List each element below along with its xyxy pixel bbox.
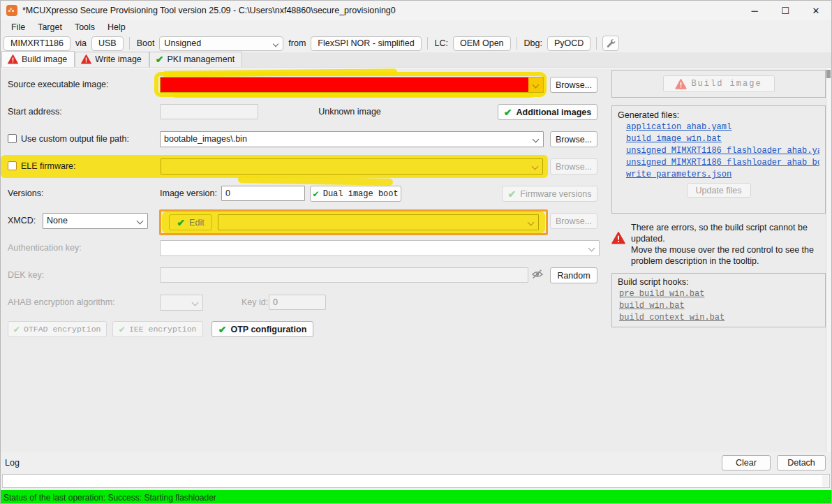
generated-file-link[interactable]: write_parameters.json xyxy=(626,170,819,179)
ele-browse-button: Browse... xyxy=(550,158,597,175)
ele-firmware-label: ELE firmware: xyxy=(21,158,76,174)
generated-file-link[interactable]: build_image_win.bat xyxy=(626,134,819,144)
lc-label: LC: xyxy=(433,38,450,48)
build-form: Source executable image: Browse... Start… xyxy=(1,68,607,452)
xmcd-edit-button[interactable]: ✔ Edit xyxy=(169,214,212,230)
from-label: from xyxy=(287,38,307,48)
build-image-page: Source executable image: Browse... Start… xyxy=(1,68,831,452)
dbg-label: Dbg: xyxy=(523,38,544,48)
debugger-button[interactable]: PyOCD xyxy=(547,36,590,51)
wrench-icon xyxy=(606,38,616,48)
menu-file[interactable]: File xyxy=(5,21,31,34)
start-address-label: Start address: xyxy=(8,104,62,119)
dual-image-boot-button[interactable]: ✔ Dual image boot xyxy=(310,186,401,202)
status-text: Status of the last operation: Success: S… xyxy=(3,493,216,503)
generated-file-link[interactable]: unsigned_MIMXRT1186_flashloader_ahab_boo… xyxy=(626,158,819,168)
xmcd-edit-label: Edit xyxy=(189,218,205,228)
log-title: Log xyxy=(5,458,715,468)
error-message-text: There are errors, so the build script ca… xyxy=(631,222,818,244)
menu-tools[interactable]: Tools xyxy=(68,21,101,34)
settings-wrench-button[interactable] xyxy=(602,36,619,51)
log-detach-button[interactable]: Detach xyxy=(777,455,826,470)
marker-highlight xyxy=(163,68,397,77)
generated-file-link[interactable]: unsigned_MIMXRT1186_flashloader_ahab.yam… xyxy=(626,146,819,156)
tab-pki-management[interactable]: ✔ PKI management xyxy=(149,52,242,67)
auth-key-combobox xyxy=(160,240,600,256)
boot-type-value: Unsigned xyxy=(164,38,201,48)
check-icon: ✔ xyxy=(508,189,517,199)
build-button-box: Build image xyxy=(611,70,826,98)
ele-firmware-checkbox[interactable] xyxy=(8,161,17,170)
close-button[interactable]: ✕ xyxy=(801,1,831,20)
eye-slash-icon[interactable] xyxy=(531,269,544,282)
log-clear-button[interactable]: Clear xyxy=(722,455,771,470)
tab-write-image-label: Write image xyxy=(95,54,141,64)
chevron-down-icon xyxy=(533,82,540,89)
tab-build-image[interactable]: Build image xyxy=(1,51,75,67)
toolbar: MIMXRT1186 via USB Boot Unsigned from Fl… xyxy=(1,34,831,52)
boot-type-select[interactable]: Unsigned xyxy=(159,36,283,51)
build-image-button-label: Build image xyxy=(691,79,762,89)
window-title: *MCUXpresso Secure Provisioning Tool ver… xyxy=(22,6,739,15)
source-browse-button[interactable]: Browse... xyxy=(550,77,597,93)
key-id-label: Key id: xyxy=(242,295,268,310)
tab-write-image[interactable]: Write image xyxy=(75,52,149,67)
image-info-text: Unknown image xyxy=(301,104,399,119)
hook-link[interactable]: build_context_win.bat xyxy=(619,313,819,323)
check-icon: ✔ xyxy=(177,218,185,228)
source-image-combobox[interactable] xyxy=(160,77,544,93)
generated-files-title: Generated files: xyxy=(618,110,819,120)
resize-grip-icon[interactable] xyxy=(823,497,830,504)
warning-icon xyxy=(8,54,18,64)
toolbar-separator xyxy=(427,37,428,50)
otp-configuration-button[interactable]: ✔ OTP configuration xyxy=(211,321,313,337)
error-message-text2: Move the mouse over the red control to s… xyxy=(631,244,818,267)
tab-build-image-label: Build image xyxy=(22,54,67,64)
hook-link[interactable]: build_win.bat xyxy=(619,301,819,311)
hook-link[interactable]: pre_build_win.bat xyxy=(619,289,819,299)
connection-button[interactable]: USB xyxy=(91,36,124,51)
output-browse-button[interactable]: Browse... xyxy=(550,131,597,147)
firmware-versions-button: ✔ Firmware versions xyxy=(502,186,597,202)
additional-images-button[interactable]: ✔ Additional images xyxy=(498,104,597,120)
menu-bar: File Target Tools Help xyxy=(1,20,831,34)
dek-random-button[interactable]: Random xyxy=(550,267,597,283)
app-icon xyxy=(6,5,17,16)
xmcd-mode-select[interactable]: None xyxy=(43,213,148,229)
maximize-button[interactable]: ☐ xyxy=(770,1,801,20)
key-id-field: 0 xyxy=(269,295,326,310)
iee-encryption-label: IEE encryption xyxy=(129,325,197,334)
app-window: *MCUXpresso Secure Provisioning Tool ver… xyxy=(0,0,832,504)
source-image-label: Source executable image: xyxy=(8,77,109,92)
chevron-down-icon xyxy=(273,40,278,46)
life-cycle-button[interactable]: OEM Open xyxy=(453,36,511,51)
processor-button[interactable]: MIMXRT1186 xyxy=(3,36,70,51)
toolbar-separator xyxy=(517,37,517,50)
combo-arrow-zone xyxy=(528,77,543,92)
auth-key-label: Authentication key: xyxy=(8,240,82,255)
menu-help[interactable]: Help xyxy=(101,21,132,34)
additional-images-label: Additional images xyxy=(517,108,592,117)
ele-firmware-combobox[interactable] xyxy=(161,158,543,175)
log-output[interactable] xyxy=(2,474,830,488)
check-icon: ✔ xyxy=(156,54,164,64)
check-icon: ✔ xyxy=(119,325,124,334)
tab-bar: Build image Write image ✔ PKI management xyxy=(1,52,831,68)
output-path-checkbox[interactable] xyxy=(8,134,17,143)
check-icon: ✔ xyxy=(218,325,227,334)
menu-target[interactable]: Target xyxy=(31,21,68,34)
vertical-scrollbar[interactable] xyxy=(826,68,831,452)
output-path-value: bootable_images\.bin xyxy=(164,134,247,144)
output-path-label: Use custom output file path: xyxy=(21,131,129,147)
output-path-combobox[interactable]: bootable_images\.bin xyxy=(160,131,544,147)
image-version-field[interactable]: 0 xyxy=(221,186,305,201)
toolbar-separator xyxy=(596,37,597,50)
minimize-button[interactable]: ─ xyxy=(739,1,770,20)
generated-file-link[interactable]: application_ahab.yaml xyxy=(626,122,819,132)
otp-configuration-label: OTP configuration xyxy=(230,325,306,334)
boot-device-button[interactable]: FlexSPI NOR - simplified xyxy=(311,36,421,51)
scrollbar-thumb[interactable] xyxy=(826,70,831,78)
image-version-label: Image version: xyxy=(160,186,217,201)
xmcd-file-combobox[interactable] xyxy=(218,214,539,230)
error-message-block: There are errors, so the build script ca… xyxy=(611,222,821,267)
